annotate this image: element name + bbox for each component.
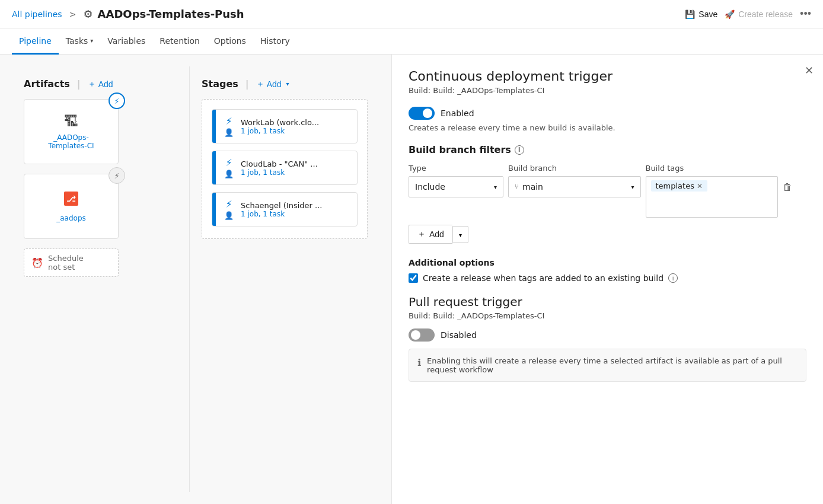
create-release-info-icon[interactable]: i [668,273,678,283]
disabled-slider [409,328,435,342]
left-columns: Artifacts | ＋ Add ⚡ 🏗 _AADOps-Templates- [12,66,379,492]
pull-request-section: Pull request trigger Build: Build: _AADO… [409,295,806,382]
filter-table: Type Build branch Build tags Include ▾ ⑂… [409,164,806,218]
save-label: Save [698,9,717,19]
panel-subtitle-text: Build: _AADOps-Templates-CI [433,86,544,95]
enabled-toggle-row: Enabled [409,107,806,120]
pr-info-text: Enabling this will create a release ever… [427,356,798,374]
create-release-button[interactable]: 🚀 Create release [725,9,793,19]
tab-options[interactable]: Options [207,28,253,55]
tag-chip-templates: templates ✕ [651,180,707,192]
type-value: Include [415,182,445,192]
tab-history[interactable]: History [253,28,297,55]
clock-icon: ⏰ [31,257,43,269]
stage-info: WorkLab (work.clo... 1 job, 1 task [241,118,349,135]
stage-card-worklab[interactable]: ⚡ 👤 WorkLab (work.clo... 1 job, 1 task [212,109,358,143]
tab-retention[interactable]: Retention [152,28,207,55]
stages-divider: | [245,78,249,90]
save-button[interactable]: 💾 Save [685,9,717,19]
top-bar: All pipelines > ⚙ AADOps-Templates-Push … [0,0,823,28]
stage-deploy-icon: ⚡ [225,116,232,127]
filter-row: Include ▾ ⑂ main ▾ templates ✕ [409,176,806,218]
filter-delete-button[interactable]: 🗑 [783,176,806,193]
right-panel: ✕ Continuous deployment trigger Build: B… [391,55,823,504]
add-dropdown-icon: ▾ [459,232,462,238]
artifact-trigger-btn-aadops[interactable]: ⚡ [109,167,125,184]
stages-column: Stages | ＋ Add ▾ [190,66,379,492]
pipeline-type-icon: ⚙ [83,8,92,20]
branch-git-icon: ⑂ [515,183,519,191]
breadcrumb-separator: > [69,9,76,19]
panel-subtitle: Build: Build: _AADOps-Templates-CI [409,86,806,95]
pipeline-title: AADOps-Templates-Push [98,8,244,20]
enabled-toggle[interactable] [409,107,435,120]
stage-info-2: CloudLab - "CAN" ... 1 job, 1 task [241,160,349,177]
branch-dropdown[interactable]: ⑂ main ▾ [508,176,641,197]
pr-info-icon: ℹ [417,357,421,368]
toggle-slider [409,107,435,120]
stage-name-cloudlab: CloudLab - "CAN" ... [241,160,349,168]
branch-value: main [522,182,627,192]
more-options-button[interactable]: ••• [800,8,811,20]
artifact-card-aadops[interactable]: ⚡ ⎇ _aadops [24,174,119,239]
disabled-toggle-row: Disabled [409,328,806,342]
close-button[interactable]: ✕ [805,64,814,77]
stages-header: Stages | ＋ Add ▾ [202,78,368,90]
artifact-name-ci: _AADOps-Templates-CI [48,133,94,150]
artifacts-label: Artifacts [24,78,70,90]
enabled-desc: Creates a release every time a new build… [409,123,806,132]
artifact-card-ci[interactable]: ⚡ 🏗 _AADOps-Templates-CI [24,99,119,164]
add-icon: ＋ [417,229,426,240]
artifacts-divider: | [77,78,81,90]
tag-remove-button[interactable]: ✕ [697,182,703,190]
stage-content-3: ⚡ 👤 Schaengel (Insider ... 1 job, 1 task [216,193,357,226]
add-filter-button[interactable]: ＋ Add [409,225,452,244]
artifacts-add-label: Add [98,79,113,89]
schedule-card[interactable]: ⏰ Schedulenot set [24,248,119,277]
stages-add-button[interactable]: ＋ Add [256,79,282,90]
disabled-label: Disabled [441,330,477,340]
create-release-check-label: Create a release when tags are added to … [423,273,663,283]
artifacts-column: Artifacts | ＋ Add ⚡ 🏗 _AADOps-Templates- [12,66,190,492]
artifact-name-aadops: _aadops [56,214,86,222]
tab-variables[interactable]: Variables [100,28,152,55]
stage-user-icon: 👤 [224,128,234,137]
disabled-toggle[interactable] [409,328,435,342]
save-icon: 💾 [685,9,695,19]
create-release-checkbox[interactable] [409,273,418,283]
artifacts-header: Artifacts | ＋ Add [24,78,177,90]
stage-info-3: Schaengel (Insider ... 1 job, 1 task [241,201,349,218]
tags-input[interactable]: templates ✕ [646,176,779,218]
pr-subtitle-text: Build: _AADOps-Templates-CI [433,311,544,320]
tab-pipeline[interactable]: Pipeline [12,28,59,55]
artifact-trigger-btn-ci[interactable]: ⚡ [109,92,125,109]
lightning-icon-ci: ⚡ [114,97,119,106]
build-branch-filters-label: Build branch filters i [409,144,806,155]
tags-col-label: Build tags [646,164,779,173]
type-dropdown-icon: ▾ [494,184,497,190]
stage-user-icon-3: 👤 [224,211,234,220]
stage-name-schaengel: Schaengel (Insider ... [241,201,349,210]
stage-card-schaengel[interactable]: ⚡ 👤 Schaengel (Insider ... 1 job, 1 task [212,192,358,227]
svg-text:⎇: ⎇ [66,194,76,203]
stage-card-cloudlab[interactable]: ⚡ 👤 CloudLab - "CAN" ... 1 job, 1 task [212,151,358,185]
stage-content-2: ⚡ 👤 CloudLab - "CAN" ... 1 job, 1 task [216,151,357,184]
stage-meta-worklab: 1 job, 1 task [241,127,349,135]
breadcrumb-link[interactable]: All pipelines [12,9,62,19]
stage-icons-3: ⚡ 👤 [224,199,234,220]
stage-meta-schaengel: 1 job, 1 task [241,210,349,218]
stage-deploy-icon-2: ⚡ [225,157,232,168]
add-filter-dropdown-button[interactable]: ▾ [452,226,468,243]
lightning-icon-aadops: ⚡ [114,171,119,180]
build-branch-info-icon[interactable]: i [515,145,524,155]
tasks-dropdown-icon: ▾ [90,37,93,44]
trash-icon: 🗑 [783,182,792,193]
type-dropdown[interactable]: Include ▾ [409,176,503,197]
tag-chip-text: templates [656,181,694,190]
main-content: Artifacts | ＋ Add ⚡ 🏗 _AADOps-Templates- [0,55,823,504]
stages-area: ⚡ 👤 WorkLab (work.clo... 1 job, 1 task [202,99,368,239]
tab-tasks[interactable]: Tasks ▾ [59,28,101,55]
stage-name-worklab: WorkLab (work.clo... [241,118,349,127]
add-filter-row: ＋ Add ▾ [409,225,806,244]
artifacts-add-button[interactable]: ＋ Add [88,79,113,90]
